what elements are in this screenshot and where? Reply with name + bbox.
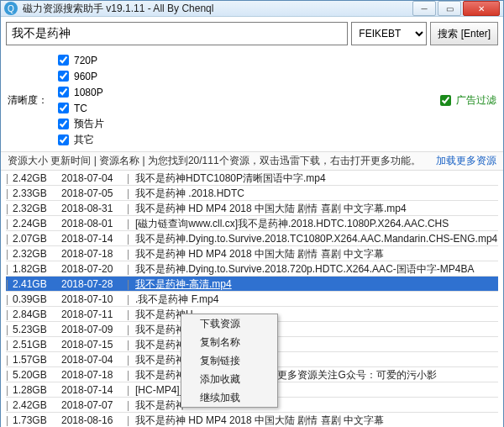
row-name: 我不是药神HDTC1080P清晰国语中字.mp4 [135,171,498,185]
filter-960p[interactable]: 960P [55,68,104,84]
row-date: 2018-08-31 [61,201,127,215]
row-size: 5.23GB [13,322,61,336]
row-name: 我不是药神 HD MP4 2018 中国大陆 剧情 喜剧 中文字幕 [135,413,498,427]
row-date: 2018-07-18 [61,246,127,261]
row-date: 2018-07-14 [61,231,127,245]
row-size: 2.51GB [13,337,61,351]
filter-checkbox[interactable] [58,134,69,145]
menu-item[interactable]: 下载资源 [181,314,277,333]
load-more-link[interactable]: 加载更多资源 [436,154,496,168]
list-header: 资源大小 更新时间 | 资源名称 | 为您找到20/111个资源，双击迅雷下载，… [1,151,503,171]
row-size: 1.57GB [13,352,61,366]
close-button[interactable]: ✕ [463,1,500,16]
row-size: 2.32GB [13,201,61,215]
source-select[interactable]: FEIKEBT [351,22,427,45]
search-row: FEIKEBT 搜索 [Enter] [1,17,503,50]
row-name: 我不是药神 HD MP4 2018 中国大陆 剧情 喜剧 中文字幕 [135,246,498,261]
row-size: 2.41GB [13,277,61,291]
filter-checkbox[interactable] [58,103,69,113]
filter-checkbox[interactable] [58,55,69,66]
filter-text: 960P [74,71,97,82]
row-date: 2018-07-11 [61,307,127,321]
menu-item[interactable]: 继续加载 [181,388,277,407]
row-date: 2018-07-28 [61,277,127,291]
filter-text: 720P [74,55,97,66]
row-size: 5.20GB [13,367,61,382]
ad-filter-checkbox[interactable] [440,95,451,106]
row-date: 2018-07-04 [61,352,127,366]
row-size: 1.28GB [13,382,61,397]
menu-item[interactable]: 复制链接 [181,351,277,370]
filter-text: 1080P [74,87,103,98]
row-size: 0.39GB [13,292,61,306]
row-date: 2018-07-18 [61,367,127,382]
filter-text: 预告片 [74,117,104,131]
row-date: 2018-08-16 [61,413,127,427]
titlebar: Q 磁力资源搜索助手 v19.1.11 - All By Chenql ─ ▭ … [1,1,503,17]
filter-checkbox[interactable] [58,119,69,129]
menu-item[interactable]: 复制名称 [181,333,277,351]
app-window: Q 磁力资源搜索助手 v19.1.11 - All By Chenql ─ ▭ … [0,0,504,427]
filter-checkbox[interactable] [58,87,69,98]
row-size: 2.24GB [13,216,61,230]
results-list: |2.42GB2018-07-04|我不是药神HDTC1080P清晰国语中字.m… [1,171,503,427]
filter-其它[interactable]: 其它 [55,132,104,148]
result-row[interactable]: |2.32GB2018-07-18|我不是药神 HD MP4 2018 中国大陆… [6,246,498,261]
header-columns: 资源大小 更新时间 | 资源名称 | 为您找到20/111个资源，双击迅雷下载，… [8,154,421,168]
row-name: [磁力链查询www.cll.cx]我不是药神.2018.HDTC.1080P.X… [135,216,498,230]
search-input[interactable] [6,22,348,45]
row-size: 2.32GB [13,246,61,261]
content-area: FEIKEBT 搜索 [Enter] 清晰度： 720P 960P 1080P … [1,17,503,427]
filter-预告片[interactable]: 预告片 [55,116,104,132]
filter-row: 清晰度： 720P 960P 1080P TC 预告片 其它 广告过滤 [1,50,503,151]
row-name: 我不是药神-高清.mp4 [135,277,498,291]
result-row[interactable]: |0.39GB2018-07-10|.我不是药神 F.mp4 [6,292,498,307]
search-button[interactable]: 搜索 [Enter] [430,22,498,45]
result-row[interactable]: |2.41GB2018-07-28|我不是药神-高清.mp4 [6,277,498,292]
context-menu: 下载资源复制名称复制链接添加收藏继续加载 [181,314,278,408]
row-size: 1.82GB [13,261,61,276]
filter-1080p[interactable]: 1080P [55,84,104,100]
filter-720p[interactable]: 720P [55,52,104,68]
row-name: 我不是药神.Dying.to.Survive.2018.720p.HDTC.X2… [135,261,498,276]
row-date: 2018-07-07 [61,398,127,412]
row-date: 2018-07-09 [61,322,127,336]
result-row[interactable]: |1.73GB2018-08-16|我不是药神 HD MP4 2018 中国大陆… [6,413,498,427]
result-row[interactable]: |2.33GB2018-07-05|我不是药神 .2018.HDTC [6,186,498,201]
filter-checkbox[interactable] [58,71,69,82]
menu-item[interactable]: 添加收藏 [181,370,277,388]
result-row[interactable]: |2.32GB2018-08-31|我不是药神 HD MP4 2018 中国大陆… [6,201,498,216]
window-title: 磁力资源搜索助手 v19.1.11 - All By Chenql [23,2,412,16]
row-name: 我不是药神.Dying.to.Survive.2018.TC1080P.X264… [135,231,498,245]
filter-text: TC [74,103,87,114]
row-name: 我不是药神 .2018.HDTC [135,186,498,200]
row-size: 2.07GB [13,231,61,245]
ad-filter[interactable]: 广告过滤 [437,92,496,108]
filter-label: 清晰度： [8,93,48,108]
row-size: 2.42GB [13,398,61,412]
row-date: 2018-07-10 [61,292,127,306]
row-date: 2018-07-14 [61,382,127,397]
filter-text: 其它 [74,133,94,147]
window-controls: ─ ▭ ✕ [412,1,500,16]
result-row[interactable]: |2.07GB2018-07-14|我不是药神.Dying.to.Survive… [6,231,498,246]
row-name: .我不是药神 F.mp4 [135,292,498,306]
row-date: 2018-07-15 [61,337,127,351]
ad-filter-label: 广告过滤 [456,93,496,108]
result-row[interactable]: |1.82GB2018-07-20|我不是药神.Dying.to.Survive… [6,261,498,277]
row-date: 2018-07-04 [61,171,127,185]
row-date: 2018-07-20 [61,261,127,276]
app-icon: Q [4,2,18,15]
row-size: 2.33GB [13,186,61,200]
row-size: 2.84GB [13,307,61,321]
row-size: 1.73GB [13,413,61,427]
row-size: 2.42GB [13,171,61,185]
maximize-button[interactable]: ▭ [438,1,461,16]
row-date: 2018-07-05 [61,186,127,200]
result-row[interactable]: |2.42GB2018-07-04|我不是药神HDTC1080P清晰国语中字.m… [6,171,498,186]
minimize-button[interactable]: ─ [412,1,436,16]
row-date: 2018-08-01 [61,216,127,230]
filter-tc[interactable]: TC [55,100,104,116]
row-name: 我不是药神 HD MP4 2018 中国大陆 剧情 喜剧 中文字幕.mp4 [135,201,498,215]
result-row[interactable]: |2.24GB2018-08-01|[磁力链查询www.cll.cx]我不是药神… [6,216,498,231]
